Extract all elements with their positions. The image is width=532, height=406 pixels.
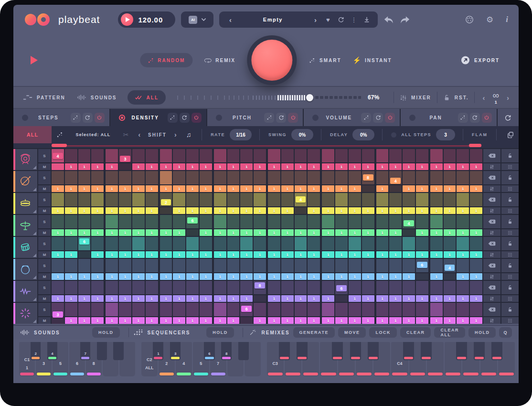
step-cell[interactable] xyxy=(268,171,280,184)
density-cell[interactable]: 1 xyxy=(214,295,226,302)
density-cell[interactable]: 1 xyxy=(349,185,361,192)
piano-key-black[interactable] xyxy=(297,342,308,360)
step-cell[interactable] xyxy=(281,193,294,206)
step-cell[interactable]: 3 xyxy=(119,149,131,162)
density-cell[interactable]: 1 xyxy=(362,317,374,324)
step-cell[interactable] xyxy=(91,193,104,206)
step-cell[interactable] xyxy=(281,237,294,250)
density-cell[interactable]: 1 xyxy=(200,273,212,280)
step-cell[interactable] xyxy=(349,259,361,272)
step-cell[interactable] xyxy=(160,303,172,316)
step-cell[interactable] xyxy=(457,237,469,250)
density-cell[interactable]: 1 xyxy=(119,207,131,214)
sequencers-hold-button[interactable]: HOLD xyxy=(206,327,234,338)
play-button[interactable] xyxy=(31,56,38,64)
piano-key-black[interactable] xyxy=(238,342,249,360)
step-cell[interactable] xyxy=(322,193,334,206)
resize-corner[interactable] xyxy=(33,254,36,257)
lock-button[interactable]: LOCK xyxy=(369,327,397,338)
step-cell[interactable] xyxy=(254,237,266,250)
step-cell[interactable] xyxy=(362,193,374,206)
mixer-button[interactable]: MIXER xyxy=(400,94,431,101)
steps-row-label[interactable]: S xyxy=(38,149,51,162)
next-preset-button[interactable]: › xyxy=(309,16,321,24)
step-cell[interactable] xyxy=(457,193,469,206)
step-cell[interactable] xyxy=(91,259,104,272)
density-cell[interactable]: 1 xyxy=(416,207,428,214)
track-mixer-button[interactable] xyxy=(483,229,500,236)
density-cell[interactable]: 1 xyxy=(403,295,415,302)
step-cell[interactable] xyxy=(416,215,428,228)
density-cell[interactable]: 1 xyxy=(160,185,172,192)
density-cell[interactable]: 1 xyxy=(362,273,374,280)
step-cell[interactable] xyxy=(65,259,77,272)
piano-key-black[interactable]: 1 xyxy=(153,342,163,360)
step-cell[interactable] xyxy=(470,259,482,272)
density-cell[interactable]: 1 xyxy=(132,251,145,258)
piano-key-black[interactable] xyxy=(332,342,343,360)
tab-volume[interactable]: VOLUME xyxy=(304,109,400,126)
step-cell[interactable] xyxy=(65,193,77,206)
density-cell[interactable]: 1 xyxy=(254,251,266,258)
density-cell[interactable]: 1 xyxy=(254,207,266,214)
density-cell[interactable]: 1 xyxy=(91,185,104,192)
density-cell[interactable] xyxy=(52,163,64,170)
tab-reset-icon[interactable] xyxy=(83,113,93,123)
density-cell[interactable]: 1 xyxy=(146,295,158,302)
density-cell[interactable]: 1 xyxy=(322,295,334,302)
tab-radio[interactable] xyxy=(409,115,415,121)
midi-settings-icon[interactable] xyxy=(465,15,474,24)
step-cell[interactable]: 2 xyxy=(160,193,172,206)
tab-density[interactable]: DENSITY xyxy=(110,109,206,126)
track-clear-button[interactable] xyxy=(483,237,500,250)
density-cell[interactable]: 1 xyxy=(416,295,428,302)
step-cell[interactable] xyxy=(132,281,145,294)
step-cell[interactable] xyxy=(52,171,64,184)
track-sound-snare[interactable] xyxy=(13,171,37,192)
density-cell[interactable]: 1 xyxy=(457,185,469,192)
piano-key-black[interactable] xyxy=(368,342,379,360)
density-cell[interactable]: 1 xyxy=(214,185,226,192)
density-cell[interactable]: 1 xyxy=(308,317,320,324)
step-cell[interactable] xyxy=(457,149,469,162)
density-cell[interactable]: 1 xyxy=(430,295,443,302)
density-cell[interactable]: 1 xyxy=(227,229,240,236)
density-cell[interactable]: 1 xyxy=(186,163,199,170)
density-cell[interactable] xyxy=(52,317,64,324)
density-cell[interactable]: 1 xyxy=(308,207,320,214)
step-cell[interactable]: 8 xyxy=(254,281,266,294)
step-cell[interactable] xyxy=(457,259,469,272)
step-cell[interactable] xyxy=(78,259,91,272)
density-cell[interactable]: 1 xyxy=(65,317,77,324)
step-cell[interactable] xyxy=(389,303,402,316)
step-cell[interactable]: 4 xyxy=(295,193,307,206)
density-cell[interactable]: 1 xyxy=(240,273,253,280)
step-cell[interactable] xyxy=(106,281,118,294)
density-cell[interactable]: 1 xyxy=(349,207,361,214)
density-cell[interactable]: 1 xyxy=(160,251,172,258)
track-lock-button[interactable] xyxy=(501,281,519,294)
step-cell[interactable] xyxy=(91,171,104,184)
sounds-toggle[interactable]: SOUNDS xyxy=(77,94,117,101)
step-cell[interactable] xyxy=(160,259,172,272)
density-cell[interactable]: 1 xyxy=(227,295,240,302)
step-cell[interactable] xyxy=(132,215,145,228)
track-lock-button[interactable] xyxy=(501,215,519,228)
steps-row-label[interactable]: S xyxy=(38,281,51,294)
step-cell[interactable] xyxy=(389,259,402,272)
density-cell[interactable] xyxy=(335,295,348,302)
density-cell[interactable]: 1 xyxy=(295,229,307,236)
step-cell[interactable] xyxy=(200,193,212,206)
piano-key-black[interactable] xyxy=(474,342,485,360)
step-cell[interactable] xyxy=(268,237,280,250)
step-cell[interactable] xyxy=(430,171,443,184)
density-cell[interactable]: 1 xyxy=(214,317,226,324)
step-cell[interactable]: 4 xyxy=(403,215,415,228)
step-cell[interactable] xyxy=(91,303,104,316)
step-cell[interactable] xyxy=(186,193,199,206)
info-icon[interactable]: i xyxy=(506,15,508,24)
density-cell[interactable]: 1 xyxy=(254,317,266,324)
preset-name[interactable]: Empty xyxy=(236,17,309,22)
step-cell[interactable] xyxy=(389,215,402,228)
step-cell[interactable] xyxy=(52,259,64,272)
